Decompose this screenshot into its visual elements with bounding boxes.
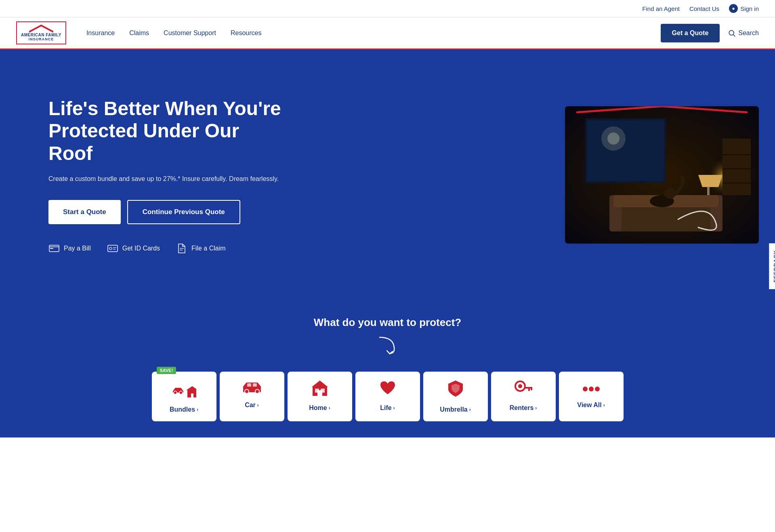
key-icon [515, 380, 532, 400]
car-label: Car › [245, 402, 259, 409]
sign-in-label: Sign in [740, 5, 759, 12]
renters-card[interactable]: Renters › [491, 372, 556, 421]
protect-title: What do you want to protect? [16, 316, 759, 329]
svg-point-29 [174, 391, 177, 394]
id-card-icon [107, 244, 118, 252]
product-cards-row: SAVE! Bundles › [0, 372, 775, 437]
nav-insurance[interactable]: Insurance [86, 29, 115, 37]
svg-rect-13 [587, 120, 664, 181]
arrow-decoration [16, 335, 759, 355]
hero-image-scene [565, 106, 759, 244]
svg-point-15 [607, 132, 620, 145]
pay-bill-label: Pay a Bill [64, 245, 91, 252]
home-card[interactable]: Home › [288, 372, 352, 421]
view-all-chevron: › [603, 402, 605, 408]
svg-point-45 [518, 384, 522, 388]
svg-point-51 [595, 387, 600, 391]
svg-rect-42 [315, 389, 319, 393]
svg-point-49 [583, 387, 588, 391]
hero-image [565, 106, 759, 244]
hero-scene-svg [565, 106, 759, 244]
hero-title: Life's Better When You're Protected Unde… [48, 97, 283, 164]
find-agent-link[interactable]: Find an Agent [642, 5, 680, 12]
start-quote-button[interactable]: Start a Quote [48, 200, 121, 224]
bundles-label: Bundles › [170, 406, 198, 413]
file-claim-link[interactable]: File a Claim [176, 244, 225, 252]
svg-point-0 [729, 30, 734, 35]
umbrella-shield-icon [447, 380, 464, 401]
top-bar: Find an Agent Contact Us ● Sign in [0, 0, 775, 17]
hero-section: Life's Better When You're Protected Unde… [0, 50, 775, 300]
hero-quick-links: Pay a Bill Get ID Cards [48, 244, 283, 252]
get-quote-button[interactable]: Get a Quote [661, 24, 720, 42]
renters-chevron: › [535, 405, 537, 411]
nav-links: Insurance Claims Customer Support Resour… [86, 29, 661, 37]
svg-point-6 [109, 247, 112, 250]
search-label: Search [738, 29, 759, 37]
protect-section: What do you want to protect? [0, 300, 775, 372]
logo[interactable]: AMERICAN FAMILY INSURANCE [16, 21, 66, 44]
bundle-icon [172, 383, 196, 401]
umbrella-card[interactable]: Umbrella › [423, 372, 488, 421]
logo-text-main: AMERICAN FAMILY [21, 33, 61, 37]
svg-rect-38 [253, 383, 257, 387]
bundles-card[interactable]: SAVE! Bundles › [152, 372, 216, 421]
svg-rect-19 [613, 203, 718, 231]
view-all-card[interactable]: View All › [559, 372, 624, 421]
heart-icon [379, 380, 397, 400]
contact-us-link[interactable]: Contact Us [689, 5, 719, 12]
user-icon: ● [729, 4, 738, 13]
svg-point-35 [245, 389, 249, 393]
document-icon [176, 244, 187, 252]
svg-rect-4 [50, 248, 53, 249]
car-card[interactable]: Car › [220, 372, 284, 421]
sign-in-button[interactable]: ● Sign in [729, 4, 759, 13]
nav-right: Get a Quote Search [661, 24, 759, 42]
nav-bar: AMERICAN FAMILY INSURANCE Insurance Clai… [0, 17, 775, 50]
svg-marker-39 [312, 381, 328, 387]
hero-buttons: Start a Quote Continue Previous Quote [48, 200, 283, 224]
nav-resources[interactable]: Resources [231, 29, 261, 37]
feedback-label: FEEDBACK [773, 250, 775, 282]
view-all-label: View All › [577, 402, 605, 409]
svg-rect-33 [191, 393, 193, 397]
nav-customer-support[interactable]: Customer Support [164, 29, 216, 37]
car-chevron: › [257, 402, 259, 408]
home-label: Home › [309, 404, 330, 412]
file-claim-label: File a Claim [191, 245, 225, 252]
hero-subtitle: Create a custom bundle and save up to 27… [48, 174, 283, 184]
car-icon [242, 380, 263, 397]
get-id-cards-label: Get ID Cards [122, 245, 160, 252]
svg-point-36 [255, 389, 259, 393]
svg-rect-37 [247, 383, 251, 387]
credit-card-icon [48, 244, 60, 252]
get-id-cards-link[interactable]: Get ID Cards [107, 244, 160, 252]
svg-rect-43 [321, 389, 325, 393]
curly-arrow-svg [376, 335, 400, 355]
feedback-tab[interactable]: FEEDBACK [769, 243, 775, 289]
logo-roof-icon [29, 25, 53, 33]
umbrella-chevron: › [469, 407, 471, 412]
life-label: Life › [380, 404, 395, 412]
search-button[interactable]: Search [728, 29, 759, 37]
life-card[interactable]: Life › [355, 372, 420, 421]
svg-rect-25 [722, 139, 751, 195]
bundles-chevron: › [197, 407, 198, 412]
life-chevron: › [393, 405, 395, 411]
umbrella-label: Umbrella › [440, 406, 470, 413]
save-badge: SAVE! [157, 367, 176, 374]
home-icon [311, 380, 329, 400]
svg-point-30 [179, 391, 183, 394]
dots-icon [581, 380, 601, 397]
search-icon [728, 29, 736, 37]
svg-marker-31 [186, 386, 196, 390]
pay-bill-link[interactable]: Pay a Bill [48, 244, 91, 252]
hero-content: Life's Better When You're Protected Unde… [48, 97, 283, 252]
renters-label: Renters › [510, 404, 537, 412]
home-chevron: › [329, 405, 330, 411]
svg-point-50 [589, 387, 594, 391]
logo-box: AMERICAN FAMILY INSURANCE [16, 21, 66, 44]
svg-marker-18 [698, 175, 722, 187]
nav-claims[interactable]: Claims [129, 29, 149, 37]
continue-quote-button[interactable]: Continue Previous Quote [127, 200, 240, 224]
